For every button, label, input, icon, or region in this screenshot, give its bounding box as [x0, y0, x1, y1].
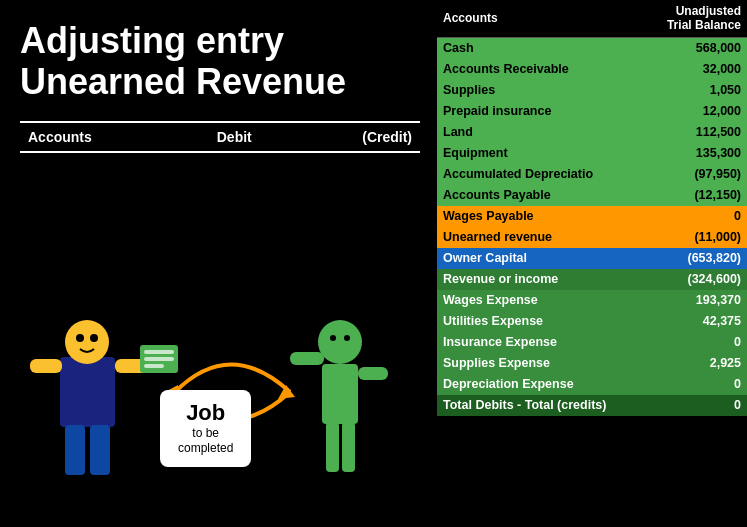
job-box: Job to becompleted — [160, 390, 251, 467]
table-row: Land112,500 — [437, 122, 747, 143]
svg-rect-11 — [144, 364, 164, 368]
account-name: Wages Expense — [437, 290, 645, 311]
svg-rect-7 — [90, 425, 110, 475]
account-value: 0 — [645, 395, 747, 416]
table-row: Owner Capital(653,820) — [437, 248, 747, 269]
trial-balance-table: Accounts UnadjustedTrial Balance Cash568… — [437, 0, 747, 416]
account-name: Total Debits - Total (credits) — [437, 395, 645, 416]
svg-point-14 — [318, 320, 362, 364]
svg-rect-10 — [144, 357, 174, 361]
svg-point-2 — [76, 334, 84, 342]
left-panel: Adjusting entry Unearned Revenue Account… — [0, 0, 440, 527]
account-name: Prepaid insurance — [437, 101, 645, 122]
account-name: Accounts Receivable — [437, 59, 645, 80]
table-row: Wages Payable0 — [437, 206, 747, 227]
svg-rect-4 — [30, 359, 62, 373]
account-value: 0 — [645, 206, 747, 227]
account-value: 32,000 — [645, 59, 747, 80]
account-value: 135,300 — [645, 143, 747, 164]
table-row: Accounts Payable(12,150) — [437, 185, 747, 206]
svg-point-16 — [344, 335, 350, 341]
account-value: 12,000 — [645, 101, 747, 122]
account-value: (324,600) — [645, 269, 747, 290]
account-name: Equipment — [437, 143, 645, 164]
table-row: Revenue or income(324,600) — [437, 269, 747, 290]
account-value: 112,500 — [645, 122, 747, 143]
account-name: Wages Payable — [437, 206, 645, 227]
svg-rect-9 — [144, 350, 174, 354]
th-trial-balance: UnadjustedTrial Balance — [645, 0, 747, 37]
table-row: Unearned revenue(11,000) — [437, 227, 747, 248]
svg-point-3 — [90, 334, 98, 342]
account-value: (653,820) — [645, 248, 747, 269]
table-row: Total Debits - Total (credits)0 — [437, 395, 747, 416]
table-row: Prepaid insurance12,000 — [437, 101, 747, 122]
illustration-svg — [0, 237, 440, 527]
table-row: Supplies Expense2,925 — [437, 353, 747, 374]
svg-rect-6 — [65, 425, 85, 475]
svg-rect-18 — [290, 352, 324, 365]
account-name: Unearned revenue — [437, 227, 645, 248]
account-name: Revenue or income — [437, 269, 645, 290]
col-credit: (Credit) — [286, 122, 420, 152]
svg-rect-0 — [60, 357, 115, 427]
svg-rect-20 — [326, 422, 339, 472]
svg-point-1 — [65, 320, 109, 364]
job-subtitle: to becompleted — [178, 426, 233, 457]
account-name: Land — [437, 122, 645, 143]
title-line1: Adjusting entry — [20, 20, 284, 61]
main-title: Adjusting entry Unearned Revenue — [20, 20, 420, 103]
svg-rect-19 — [358, 367, 388, 380]
right-panel: Accounts UnadjustedTrial Balance Cash568… — [437, 0, 747, 527]
account-value: 42,375 — [645, 311, 747, 332]
table-row: Utilities Expense42,375 — [437, 311, 747, 332]
svg-rect-17 — [322, 364, 358, 424]
account-value: 1,050 — [645, 80, 747, 101]
account-value: 2,925 — [645, 353, 747, 374]
svg-rect-21 — [342, 422, 355, 472]
table-row: Cash568,000 — [437, 37, 747, 59]
account-name: Owner Capital — [437, 248, 645, 269]
account-value: 0 — [645, 332, 747, 353]
table-row: Wages Expense193,370 — [437, 290, 747, 311]
account-value: (12,150) — [645, 185, 747, 206]
table-row: Equipment135,300 — [437, 143, 747, 164]
account-name: Supplies Expense — [437, 353, 645, 374]
table-row: Supplies1,050 — [437, 80, 747, 101]
account-name: Utilities Expense — [437, 311, 645, 332]
col-accounts: Accounts — [20, 122, 182, 152]
account-value: (11,000) — [645, 227, 747, 248]
table-row: Accumulated Depreciatio(97,950) — [437, 164, 747, 185]
job-title: Job — [178, 400, 233, 426]
title-line2: Unearned Revenue — [20, 61, 346, 102]
svg-point-15 — [330, 335, 336, 341]
account-name: Accounts Payable — [437, 185, 645, 206]
table-row: Insurance Expense0 — [437, 332, 747, 353]
account-name: Depreciation Expense — [437, 374, 645, 395]
th-accounts: Accounts — [437, 0, 645, 37]
left-accounts-table: Accounts Debit (Credit) — [20, 121, 420, 153]
table-row: Depreciation Expense0 — [437, 374, 747, 395]
table-row: Accounts Receivable32,000 — [437, 59, 747, 80]
account-name: Cash — [437, 37, 645, 59]
account-value: 0 — [645, 374, 747, 395]
account-name: Supplies — [437, 80, 645, 101]
account-value: 193,370 — [645, 290, 747, 311]
account-value: (97,950) — [645, 164, 747, 185]
account-name: Accumulated Depreciatio — [437, 164, 645, 185]
account-value: 568,000 — [645, 37, 747, 59]
col-debit: Debit — [182, 122, 286, 152]
account-name: Insurance Expense — [437, 332, 645, 353]
